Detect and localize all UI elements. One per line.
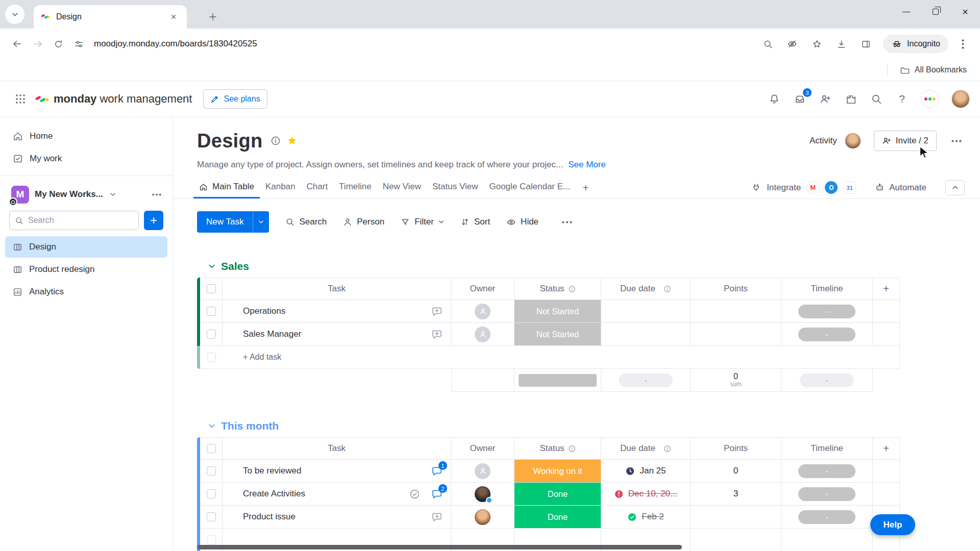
browser-menu-icon[interactable]: [952, 34, 973, 54]
collapse-header-button[interactable]: [945, 180, 965, 195]
group-collapse-icon[interactable]: [208, 423, 215, 429]
notifications-bell-icon[interactable]: [768, 92, 781, 106]
add-update-icon[interactable]: [431, 306, 443, 317]
owner-avatar-empty[interactable]: [475, 304, 491, 319]
timeline-pill[interactable]: -: [798, 305, 855, 318]
group-title[interactable]: Sales: [221, 260, 249, 272]
new-tab-button[interactable]: [204, 8, 222, 26]
add-column-button[interactable]: +: [873, 437, 900, 460]
timeline-pill[interactable]: -: [798, 487, 855, 501]
select-all-checkbox[interactable]: [207, 284, 216, 293]
apps-grid-icon[interactable]: [10, 89, 31, 109]
add-task-row[interactable]: + Add task: [197, 346, 900, 369]
toolbar-filter-button[interactable]: Filter: [401, 217, 444, 227]
tab-new-view[interactable]: New View: [377, 177, 427, 198]
workspace-menu-icon[interactable]: [152, 193, 161, 196]
invite-members-icon[interactable]: [819, 92, 832, 106]
toolbar-search-button[interactable]: Search: [285, 217, 327, 227]
forward-button[interactable]: [28, 34, 48, 54]
preview-off-icon[interactable]: [782, 34, 802, 54]
window-minimize-button[interactable]: [891, 0, 921, 23]
row-checkbox[interactable]: [207, 489, 216, 498]
status-chip[interactable]: Not Started: [514, 300, 601, 322]
task-cell[interactable]: Create Activities 2: [223, 483, 451, 506]
bookmark-star-icon[interactable]: [806, 34, 827, 54]
address-bar[interactable]: moodjoy.monday.com/boards/1830420525: [94, 39, 757, 49]
due-date-cell[interactable]: [601, 323, 691, 346]
integrate-label[interactable]: Integrate: [767, 183, 801, 193]
timeline-pill[interactable]: -: [798, 328, 855, 341]
user-avatar[interactable]: [951, 90, 970, 108]
all-bookmarks-label[interactable]: All Bookmarks: [915, 65, 967, 74]
column-task[interactable]: Task: [223, 437, 451, 460]
side-panel-icon[interactable]: [855, 34, 876, 54]
reload-button[interactable]: [48, 34, 68, 54]
column-status[interactable]: Status: [514, 278, 601, 300]
back-button[interactable]: [7, 34, 28, 54]
inbox-icon[interactable]: 3: [793, 92, 806, 106]
group-title[interactable]: This month: [221, 420, 279, 432]
add-column-button[interactable]: +: [873, 278, 900, 300]
points-cell[interactable]: [691, 506, 781, 529]
status-distribution-bar[interactable]: [519, 374, 597, 387]
timeline-pill[interactable]: -: [798, 464, 855, 478]
zoom-icon[interactable]: [757, 34, 778, 54]
updates-bubble-icon[interactable]: 1: [431, 465, 443, 477]
window-close-button[interactable]: ×: [950, 0, 980, 23]
tab-close-icon[interactable]: ×: [167, 11, 180, 23]
automate-label[interactable]: Automate: [889, 183, 926, 193]
help-button[interactable]: Help: [870, 514, 915, 535]
new-task-button[interactable]: New Task: [197, 211, 269, 233]
sidebar-item-home[interactable]: Home: [5, 126, 167, 147]
add-update-icon[interactable]: [431, 511, 443, 522]
row-checkbox[interactable]: [207, 512, 216, 521]
tab-chart[interactable]: Chart: [301, 177, 334, 198]
see-more-link[interactable]: See More: [568, 160, 606, 170]
column-task[interactable]: Task: [223, 278, 451, 300]
owner-avatar[interactable]: [475, 486, 491, 502]
updates-bubble-icon[interactable]: 2: [431, 488, 443, 499]
status-chip[interactable]: Done: [514, 506, 601, 528]
sidebar-board-analytics[interactable]: Analytics: [5, 281, 167, 303]
column-timeline[interactable]: Timeline: [781, 437, 873, 460]
due-date-cell[interactable]: Dec 10, 20...: [601, 483, 691, 506]
due-date-cell[interactable]: [601, 300, 691, 323]
owner-avatar[interactable]: [475, 509, 491, 525]
sidebar-item-my-work[interactable]: My work: [5, 148, 167, 169]
toolbar-more-icon[interactable]: [559, 214, 575, 230]
toolbar-hide-button[interactable]: Hide: [506, 217, 538, 227]
task-cell[interactable]: Product issue: [223, 506, 451, 529]
window-restore-button[interactable]: [921, 0, 950, 23]
column-status[interactable]: Status: [514, 437, 601, 460]
row-checkbox[interactable]: [207, 330, 216, 339]
sidebar-search[interactable]: [9, 211, 139, 230]
points-cell[interactable]: [691, 300, 781, 323]
select-all-checkbox[interactable]: [207, 444, 216, 453]
board-info-icon[interactable]: [271, 136, 281, 146]
tab-timeline[interactable]: Timeline: [333, 177, 377, 198]
points-cell[interactable]: [691, 323, 781, 346]
apps-marketplace-icon[interactable]: [844, 92, 857, 106]
tab-google-calendar[interactable]: Google Calendar E...: [483, 177, 576, 198]
owner-avatar-empty[interactable]: [475, 327, 491, 342]
task-cell[interactable]: Operations: [223, 300, 451, 323]
sidebar-board-product-redesign[interactable]: Product redesign: [5, 259, 167, 280]
favorite-star-icon[interactable]: [286, 135, 298, 146]
see-plans-button[interactable]: See plans: [203, 89, 267, 109]
owner-avatar-empty[interactable]: [475, 463, 491, 479]
tab-main-table[interactable]: Main Table: [193, 177, 260, 198]
status-chip[interactable]: Done: [514, 483, 601, 505]
add-board-button[interactable]: +: [144, 211, 163, 230]
status-chip[interactable]: Working on it: [514, 460, 601, 482]
toolbar-person-button[interactable]: Person: [343, 217, 384, 227]
new-task-dropdown-icon[interactable]: [253, 211, 269, 233]
due-date-cell[interactable]: Jan 25: [601, 460, 691, 483]
add-view-button[interactable]: +: [576, 177, 595, 198]
row-checkbox[interactable]: [207, 466, 216, 475]
add-update-icon[interactable]: [431, 329, 443, 340]
horizontal-scrollbar[interactable]: [197, 545, 682, 549]
activity-avatar[interactable]: [845, 133, 861, 149]
column-points[interactable]: Points: [691, 278, 781, 300]
due-date-cell[interactable]: Feb 2: [601, 506, 691, 529]
timeline-pill[interactable]: -: [798, 510, 855, 524]
